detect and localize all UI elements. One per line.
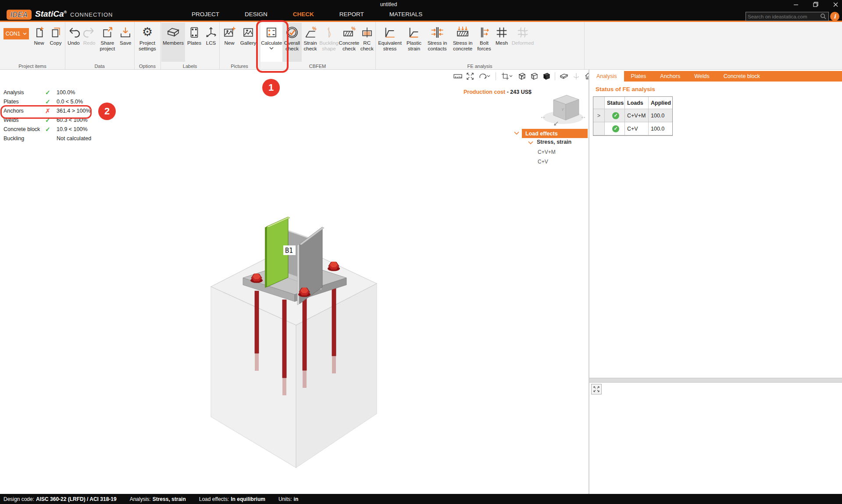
copy-item-button[interactable]: Copy bbox=[47, 23, 64, 62]
rc-check-button[interactable]: RC check bbox=[359, 23, 375, 62]
registered-mark: ® bbox=[64, 10, 67, 14]
fit-view-button[interactable] bbox=[465, 71, 475, 81]
toolbar-separator bbox=[496, 72, 496, 80]
deformed-button[interactable]: Deformed bbox=[510, 23, 535, 62]
concrete-load-icon bbox=[456, 24, 470, 40]
production-cost-value: 243 US$ bbox=[510, 89, 532, 95]
result-row-plates: Plates ✓ 0.0 < 5.0% bbox=[4, 97, 104, 106]
wireframe-view-button[interactable] bbox=[517, 71, 527, 81]
result-value: 361.4 > 100% bbox=[57, 108, 104, 114]
pivot-rotate-icon bbox=[572, 72, 580, 80]
redo-icon bbox=[83, 24, 96, 40]
search-input[interactable] bbox=[746, 14, 820, 19]
mesh-button[interactable]: Mesh bbox=[493, 23, 510, 62]
status-cell: ✓ bbox=[605, 122, 625, 135]
navigation-cube[interactable]: Y bbox=[540, 91, 586, 128]
menu-materials[interactable]: MATERIALS bbox=[377, 9, 435, 21]
menu-project[interactable]: PROJECT bbox=[179, 9, 232, 21]
ribbon-group-project-items: CON1 New Copy Project items bbox=[0, 22, 65, 69]
measure-button[interactable] bbox=[453, 71, 463, 81]
solid-cube-icon bbox=[542, 72, 551, 81]
row-expander[interactable] bbox=[593, 122, 605, 135]
share-project-button[interactable]: Share project bbox=[97, 23, 118, 62]
new-picture-button[interactable]: New bbox=[220, 23, 239, 62]
pivot-button[interactable] bbox=[571, 71, 581, 81]
bolt-forces-button[interactable]: Bolt forces bbox=[475, 23, 493, 62]
ribbon-group-data: Undo Redo Share project bbox=[65, 22, 135, 69]
info-button[interactable]: i bbox=[830, 12, 839, 21]
tab-analysis[interactable]: Analysis bbox=[589, 71, 624, 82]
share-project-icon bbox=[101, 24, 114, 40]
members-labels-toggle[interactable]: Members bbox=[161, 23, 185, 62]
svg-text:%: % bbox=[312, 25, 317, 31]
menu-design[interactable]: DESIGN bbox=[232, 9, 280, 21]
member-label[interactable]: B1 bbox=[283, 245, 296, 255]
calculate-icon bbox=[265, 24, 278, 40]
annotation-badge-2: 2 bbox=[98, 103, 116, 120]
plastic-strain-button[interactable]: Plastic strain bbox=[403, 23, 425, 62]
minimize-button[interactable] bbox=[789, 0, 803, 9]
stress-in-concrete-button[interactable]: Stress in concrete bbox=[450, 23, 475, 62]
menu-check[interactable]: CHECK bbox=[280, 9, 327, 21]
chevron-down-icon[interactable] bbox=[514, 131, 519, 135]
row-expander[interactable]: > bbox=[593, 109, 605, 122]
restore-button[interactable] bbox=[809, 0, 822, 9]
result-value: 0.0 < 5.0% bbox=[57, 99, 104, 105]
tab-anchors[interactable]: Anchors bbox=[653, 71, 687, 82]
right-panel-splitter[interactable] bbox=[589, 378, 842, 383]
3d-viewport[interactable]: B1 bbox=[184, 206, 403, 478]
chevron-down-icon[interactable] bbox=[528, 141, 533, 145]
strain-curve-icon bbox=[407, 24, 421, 40]
fail-icon: ✗ bbox=[45, 107, 57, 114]
connection-item-dropdown[interactable]: CON1 bbox=[4, 28, 29, 39]
status-ok-icon: ✓ bbox=[612, 112, 619, 119]
expand-arrows-icon bbox=[593, 386, 599, 392]
save-icon bbox=[119, 24, 132, 40]
bolt-forces-icon bbox=[478, 24, 491, 40]
expand-panel-button[interactable] bbox=[591, 384, 602, 394]
tree-item-cv[interactable]: C+V bbox=[538, 159, 548, 165]
lcs-labels-toggle[interactable]: LCS bbox=[203, 23, 218, 62]
redo-button[interactable]: Redo bbox=[82, 23, 97, 62]
stress-in-contacts-button[interactable]: Stress in contacts bbox=[425, 23, 450, 62]
right-panel-tabs: Analysis Plates Anchors Welds Concrete b… bbox=[589, 71, 842, 82]
save-button[interactable]: Save bbox=[118, 23, 133, 62]
plates-labels-toggle[interactable]: Plates bbox=[185, 23, 203, 62]
buckling-shape-button[interactable]: Buckling shape bbox=[319, 23, 339, 62]
search-box[interactable] bbox=[746, 12, 829, 21]
rotate-view-button[interactable] bbox=[477, 71, 492, 81]
strain-check-button[interactable]: % Strain check bbox=[302, 23, 319, 62]
tree-stress-strain[interactable]: Stress, strain bbox=[537, 139, 571, 145]
calculate-button[interactable]: Calculate bbox=[260, 23, 282, 62]
undo-button[interactable]: Undo bbox=[66, 23, 82, 62]
project-settings-button[interactable]: ⚙ Project settings bbox=[135, 23, 160, 62]
tree-item-cvm[interactable]: C+V+M bbox=[538, 149, 556, 155]
clipping-button[interactable] bbox=[499, 71, 514, 81]
check-results-summary: Analysis ✓ 100.0% Plates ✓ 0.0 < 5.0% An… bbox=[4, 88, 104, 143]
equivalent-stress-button[interactable]: Equivalent stress bbox=[376, 23, 403, 62]
group-label: Data bbox=[65, 64, 134, 69]
concrete-check-button[interactable]: % Concrete check bbox=[339, 23, 360, 62]
section-view-button[interactable] bbox=[559, 71, 569, 81]
tab-concrete-block[interactable]: Concrete block bbox=[717, 71, 767, 82]
menu-report[interactable]: REPORT bbox=[327, 9, 377, 21]
panel-divider[interactable] bbox=[589, 69, 589, 494]
group-label: Options bbox=[134, 64, 161, 69]
tree-load-effects[interactable]: Load effects bbox=[522, 129, 588, 138]
table-row[interactable]: ✓ C+V 100.0 bbox=[593, 122, 672, 135]
applied-cell: 100.0 bbox=[649, 122, 672, 135]
close-button[interactable] bbox=[829, 0, 842, 9]
gallery-button[interactable]: Gallery bbox=[239, 23, 258, 62]
statusbar-analysis: Analysis:Stress, strain bbox=[130, 496, 186, 502]
ribbon: CON1 New Copy Project items bbox=[0, 22, 842, 70]
result-value: 10.9 < 100% bbox=[57, 126, 104, 132]
new-item-button[interactable]: New bbox=[31, 23, 47, 62]
table-row[interactable]: > ✓ C+V+M 100.0 bbox=[593, 109, 672, 122]
info-icon: i bbox=[834, 13, 836, 20]
overall-check-toggle[interactable]: Overall check bbox=[282, 23, 301, 62]
viewport-toolbar bbox=[453, 71, 593, 81]
solid-view-button[interactable] bbox=[541, 71, 551, 81]
shaded-view-button[interactable] bbox=[529, 71, 539, 81]
tab-welds[interactable]: Welds bbox=[687, 71, 717, 82]
tab-plates[interactable]: Plates bbox=[624, 71, 653, 82]
